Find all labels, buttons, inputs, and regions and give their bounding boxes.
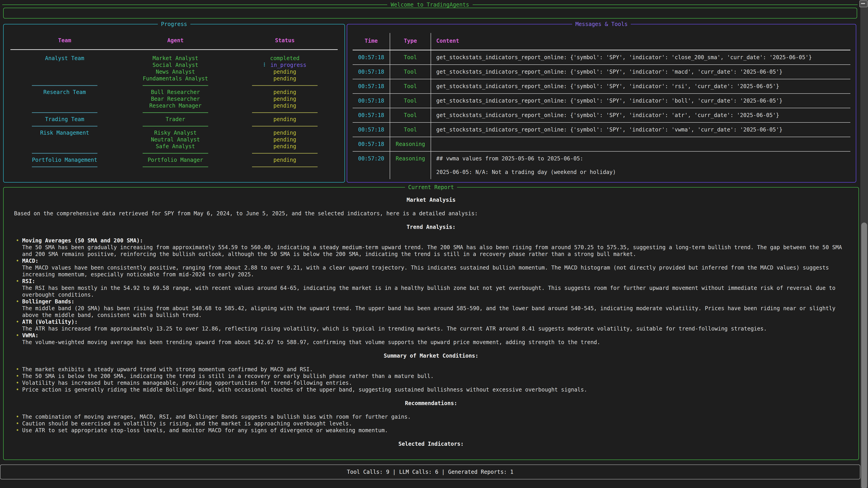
report-paragraph: Based on the comprehensive data retrieve…	[14, 210, 848, 217]
bullet-text: The middle band (20 SMA) has been rising…	[22, 305, 848, 319]
progress-row: Portfolio ManagementPortfolio Managerpen…	[10, 157, 338, 163]
message-type: Tool	[390, 51, 431, 64]
team-cell	[10, 68, 119, 75]
team-cell	[10, 62, 119, 68]
report-bullet-item: •Bollinger Bands:The middle band (20 SMA…	[14, 298, 848, 319]
message-row: 00:57:18Toolget_stockstats_indicators_re…	[352, 51, 850, 65]
status-cell: pending	[232, 136, 338, 143]
team-cell	[10, 102, 119, 109]
sep-agent-line	[143, 166, 208, 167]
report-bullet-item: •Use ATR to set appropriate stop-loss le…	[14, 427, 848, 434]
progress-row: Neutral Analystpending	[10, 136, 338, 143]
separator-cell	[119, 85, 232, 86]
status-cell: pending	[232, 68, 338, 75]
message-content: get_stockstats_indicators_report_online:…	[431, 79, 850, 93]
separator-cell	[10, 153, 119, 154]
agent-cell: Research Manager	[119, 102, 232, 109]
progress-row: News Analystpending	[10, 68, 338, 75]
sep-agent-line	[143, 153, 208, 154]
agent-cell: Bear Researcher	[119, 96, 232, 102]
sep-team-line	[32, 126, 97, 127]
message-content	[431, 137, 850, 151]
status-cell: completed	[232, 55, 338, 62]
scrollbar-thumb[interactable]	[861, 223, 867, 488]
agent-cell: Portfolio Manager	[119, 157, 232, 163]
status-cell: pending	[232, 129, 338, 136]
sep-agent-line	[143, 85, 208, 86]
report-bullet-item: •VWMA:The volume-weighted moving average…	[14, 332, 848, 346]
progress-row: Trading TeamTraderpending	[10, 116, 338, 123]
message-content: get_stockstats_indicators_report_online:…	[431, 94, 850, 108]
message-type: Tool	[390, 79, 431, 93]
team-cell	[10, 96, 119, 102]
progress-row: Bear Researcherpending	[10, 96, 338, 102]
column-header-content: Content	[431, 33, 850, 50]
separator-cell	[232, 126, 338, 127]
bullet-label: Bollinger Bands:	[22, 298, 74, 305]
progress-group-separator	[10, 163, 338, 170]
message-time: 00:57:18	[352, 94, 390, 108]
bullet-icon: •	[16, 380, 19, 386]
progress-row: Risk ManagementRisky Analystpending	[10, 129, 338, 136]
status-cell: pending	[232, 102, 338, 109]
message-time: 00:57:18	[352, 137, 390, 151]
progress-group-separator	[10, 109, 338, 116]
message-type: Tool	[390, 123, 431, 137]
sep-status-line	[252, 153, 318, 154]
message-row: 00:57:18Toolget_stockstats_indicators_re…	[352, 94, 850, 108]
separator-cell	[119, 126, 232, 127]
team-cell: Analyst Team	[10, 55, 119, 62]
scrollbar-top-button-icon	[861, 3, 865, 4]
welcome-panel	[3, 8, 857, 19]
bullet-icon: •	[16, 373, 19, 380]
scrollbar[interactable]	[860, 0, 868, 488]
column-header-type: Type	[390, 33, 431, 50]
bullet-label: MACD:	[22, 258, 38, 264]
bullet-icon: •	[16, 258, 19, 264]
agent-cell: Bull Researcher	[119, 89, 232, 96]
separator-cell	[232, 85, 338, 86]
app-title: Welcome to TradingAgents	[391, 1, 469, 8]
bullet-text: The ATR has increased from approximately…	[22, 325, 848, 332]
sep-status-line	[252, 112, 318, 113]
sep-agent-line	[143, 126, 208, 127]
bullet-icon: •	[16, 298, 19, 305]
bullet-text: The 50 SMA is below the 200 SMA, indicat…	[22, 373, 434, 379]
report-panel-title: Current Report	[405, 184, 457, 191]
message-time: 00:57:18	[352, 65, 390, 79]
report-heading: Summary of Market Conditions:	[14, 352, 848, 359]
report-heading: Selected Indicators:	[14, 441, 848, 447]
column-header-time: Time	[352, 33, 390, 50]
messages-panel: Messages & Tools Time Type Content 00:57…	[347, 24, 856, 183]
team-cell	[10, 75, 119, 82]
status-cell: pending	[232, 116, 338, 123]
progress-table-body: Analyst TeamMarket AnalystcompletedSocia…	[10, 50, 338, 170]
status-cell: pending	[232, 157, 338, 163]
report-bullet-list: •The market exhibits a steady upward tre…	[14, 366, 848, 393]
bullet-text: Price action is generally riding the mid…	[22, 387, 587, 393]
agent-cell: Risky Analyst	[119, 129, 232, 136]
message-time: 00:57:18	[352, 123, 390, 137]
report-bullet-item: •Price action is generally riding the mi…	[14, 386, 848, 393]
team-cell: Trading Team	[10, 116, 119, 123]
message-time: 00:57:18	[352, 108, 390, 122]
progress-group-separator	[10, 123, 338, 129]
progress-panel: Progress Team Agent Status Analyst TeamM…	[3, 24, 345, 183]
message-type: Tool	[390, 108, 431, 122]
message-content-line: get_stockstats_indicators_report_online:…	[436, 83, 850, 90]
messages-panel-title: Messages & Tools	[572, 21, 631, 28]
sep-team-line	[32, 85, 97, 86]
bullet-text: Volatility has increased but remains man…	[22, 380, 352, 386]
message-content: get_stockstats_indicators_report_online:…	[431, 108, 850, 122]
sep-status-line	[252, 166, 318, 167]
spinner-icon: ⠇	[264, 62, 268, 68]
report-panel: Current Report Market AnalysisBased on t…	[3, 187, 859, 460]
progress-row: Safe Analystpending	[10, 143, 338, 150]
status-bar: Tool Calls: 9 | LLM Calls: 6 | Generated…	[0, 464, 860, 480]
team-cell: Research Team	[10, 89, 119, 96]
report-bullet-list: •The combination of moving averages, MAC…	[14, 414, 848, 434]
separator-cell	[10, 166, 119, 167]
bullet-label: VWMA:	[22, 332, 38, 339]
scrollbar-top-button[interactable]	[860, 0, 868, 7]
message-row: 00:57:20Reasoning## vwma values from 202…	[352, 152, 850, 179]
